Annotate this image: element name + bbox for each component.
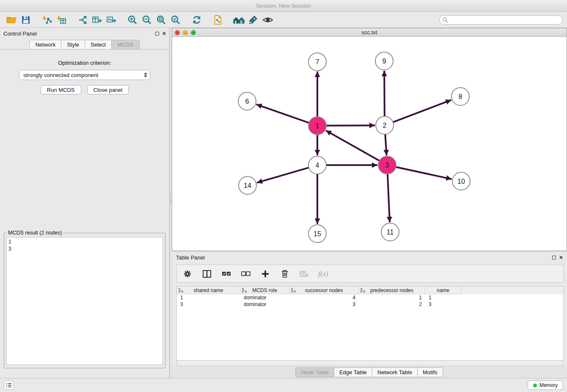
splitter-grip-icon <box>170 194 171 204</box>
column-header-mcds-role[interactable]: MCDS role <box>240 287 289 294</box>
window-titlebar: Session: New Session <box>0 0 567 12</box>
zoom-selected-icon[interactable] <box>168 14 183 26</box>
mcds-result-list[interactable]: 13 <box>6 237 163 365</box>
table-cell[interactable]: dominator <box>240 294 289 301</box>
show-columns-icon[interactable] <box>201 268 212 279</box>
column-header-predecessor-nodes[interactable]: predecessor nodes <box>359 287 425 294</box>
search-input[interactable] <box>439 15 563 25</box>
table-tabs-bar: Node Table Edge Table Network Table Moti… <box>172 366 567 378</box>
table-cell[interactable]: 2 <box>359 301 425 308</box>
memory-status-icon <box>533 384 537 387</box>
export-image-icon[interactable] <box>104 14 118 26</box>
network-window-title: scc.txt <box>172 29 567 36</box>
table-row[interactable]: 3dominator323 <box>177 301 563 308</box>
graph-edge-3-10[interactable] <box>396 167 452 179</box>
import-database-icon[interactable] <box>211 14 225 26</box>
apply-layout-icon[interactable] <box>190 14 204 26</box>
export-table-icon[interactable] <box>90 14 104 26</box>
graph-node-label: 2 <box>383 122 387 129</box>
table-cell[interactable]: 3 <box>425 301 461 308</box>
select-all-columns-icon[interactable] <box>221 268 232 279</box>
tab-edge-table[interactable]: Edge Table <box>334 367 372 377</box>
tab-style[interactable]: Style <box>61 40 85 50</box>
column-header-shared-name[interactable]: shared name <box>177 287 240 294</box>
zoom-out-icon[interactable] <box>140 14 154 26</box>
new-network-icon[interactable] <box>75 14 90 26</box>
search-box <box>439 15 563 25</box>
graph-node-label: 6 <box>245 98 249 105</box>
table-cell[interactable]: 1 <box>425 294 461 301</box>
open-folder-icon[interactable] <box>4 14 19 26</box>
tab-network[interactable]: Network <box>29 40 61 50</box>
column-header-name[interactable]: name <box>425 287 461 294</box>
dropdown-stepper-icon <box>144 72 147 77</box>
network-graph-canvas[interactable]: 7968124314101511 <box>172 37 567 251</box>
graph-node-label: 7 <box>316 58 319 66</box>
graph-edge-1-2[interactable] <box>326 125 375 126</box>
mcds-result-item[interactable]: 3 <box>8 246 161 253</box>
table-row[interactable]: 1dominator411 <box>177 294 563 301</box>
create-column-plus-icon[interactable] <box>260 268 271 279</box>
tab-select[interactable]: Select <box>85 40 112 50</box>
graph-edge-2-9[interactable] <box>384 71 385 116</box>
table-cell[interactable]: 1 <box>359 294 425 301</box>
run-mcds-button[interactable]: Run MCDS <box>41 85 81 94</box>
graph-node-label: 8 <box>459 93 462 100</box>
table-panel-header: Table Panel × <box>172 252 567 263</box>
unselect-all-columns-icon[interactable] <box>240 268 251 279</box>
graph-node-label: 4 <box>316 162 319 169</box>
column-header-successor-nodes[interactable]: successor nodes <box>289 287 359 294</box>
apply-style-icon[interactable] <box>246 14 261 26</box>
table-header-row: shared name MCDS role successor nodes pr… <box>177 287 563 294</box>
graph-node-label: 11 <box>387 229 394 236</box>
network-window-titlebar[interactable]: scc.txt × – + <box>172 28 567 37</box>
tab-mcds[interactable]: MCDS <box>111 40 139 50</box>
function-builder-icon[interactable]: f(x) <box>318 270 328 278</box>
table-body: 1dominator4113dominator323 <box>177 294 563 308</box>
graph-edge-2-8[interactable] <box>393 100 451 122</box>
close-panel-button[interactable]: Close panel <box>87 85 129 94</box>
dropdown-value: strongly connected component <box>23 72 98 78</box>
close-panel-icon[interactable]: × <box>162 31 166 36</box>
network-view-window: scc.txt × – + 7968124314101511 <box>172 28 567 251</box>
table-horizontal-scrollbar[interactable] <box>176 360 564 366</box>
graph-edge-1-6[interactable] <box>256 105 309 123</box>
table-panel-title: Table Panel <box>176 254 205 261</box>
float-table-panel-icon[interactable] <box>552 256 556 259</box>
optimization-criterion-dropdown[interactable]: strongly connected component <box>19 70 150 80</box>
task-history-button[interactable] <box>4 381 14 390</box>
table-settings-gear-icon[interactable] <box>182 268 193 279</box>
show-hide-icon[interactable] <box>261 14 275 26</box>
graph-node-label: 15 <box>314 230 321 237</box>
zoom-in-icon[interactable] <box>125 14 140 26</box>
tab-motifs[interactable]: Motifs <box>417 367 443 377</box>
tab-node-table[interactable]: Node Table <box>295 367 334 377</box>
table-cell[interactable]: 1 <box>177 294 240 301</box>
graph-edge-3-1[interactable] <box>326 130 380 160</box>
table-cell[interactable]: 4 <box>289 294 359 301</box>
float-window-icon[interactable] <box>155 32 159 36</box>
delete-table-icon[interactable] <box>299 268 310 279</box>
search-icon <box>442 17 448 24</box>
table-cell[interactable]: 3 <box>289 301 359 308</box>
import-table-icon[interactable] <box>54 14 69 26</box>
delete-column-trash-icon[interactable] <box>279 268 290 279</box>
main-toolbar <box>0 12 567 28</box>
zoom-fit-icon[interactable] <box>154 14 168 26</box>
status-bar: Memory <box>0 378 567 392</box>
tab-network-table[interactable]: Network Table <box>372 367 418 377</box>
table-cell[interactable]: dominator <box>240 301 289 308</box>
memory-button[interactable]: Memory <box>528 381 563 390</box>
save-icon[interactable] <box>19 14 33 26</box>
table-toolbar: f(x) <box>176 265 564 283</box>
graph-edge-4-14[interactable] <box>257 168 309 183</box>
close-table-panel-icon[interactable]: × <box>559 255 563 259</box>
import-network-icon[interactable] <box>40 14 54 26</box>
table-cell[interactable]: 3 <box>177 301 240 308</box>
mcds-result-item[interactable]: 1 <box>8 238 161 246</box>
list-icon <box>6 383 12 388</box>
graph-edge-3-11[interactable] <box>388 174 390 222</box>
memory-label: Memory <box>539 382 558 388</box>
first-neighbors-icon[interactable] <box>232 14 246 26</box>
graph-edge-2-3[interactable] <box>385 134 386 155</box>
